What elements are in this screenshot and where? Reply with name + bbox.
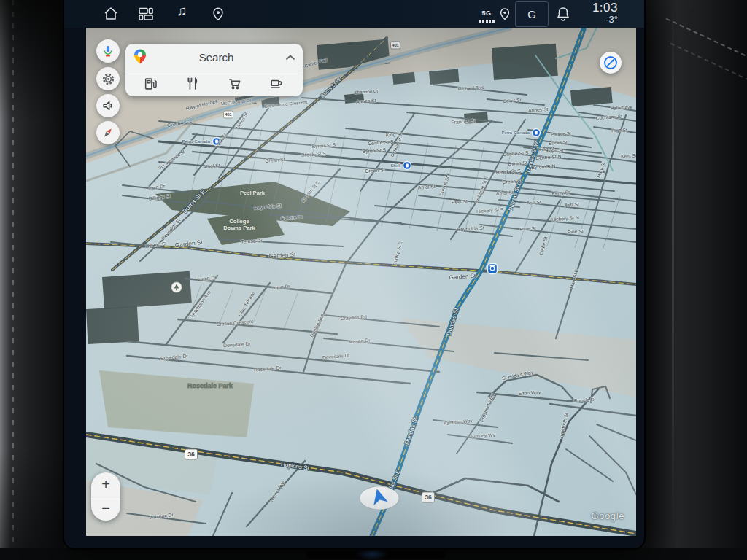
speaker-icon xyxy=(101,98,115,113)
map-render: Peel ParkCollegeDowns ParkRosedale Park3… xyxy=(86,28,636,536)
infotainment-screen: ♫ 5G G 1:03 -3° Peel ParkCollegeDowns Pa… xyxy=(64,0,644,548)
microphone-icon xyxy=(101,44,115,58)
map-compass-button[interactable] xyxy=(600,52,622,74)
volume-button[interactable] xyxy=(96,94,120,117)
leather-stitching xyxy=(670,43,747,85)
building-footprint xyxy=(429,69,459,85)
current-location-marker xyxy=(360,486,399,510)
search-panel: Search xyxy=(125,44,303,96)
route-shield: 36 xyxy=(422,492,435,502)
google-maps-pin-icon xyxy=(133,48,147,67)
street-label: Kent St xyxy=(621,152,636,158)
poi-label: Petro-Canada xyxy=(182,139,210,144)
zoom-in-button[interactable]: + xyxy=(91,472,120,497)
street-label: Ash St xyxy=(565,201,580,207)
temperature-label: -3° xyxy=(592,15,618,25)
dashboard-trim-right xyxy=(644,0,747,560)
profile-button[interactable]: G xyxy=(515,1,549,27)
apps-grid-icon[interactable] xyxy=(137,5,155,23)
gear-icon xyxy=(101,71,116,87)
category-coffee-button[interactable] xyxy=(266,74,288,94)
poi-label: Petro-Canada xyxy=(501,130,530,135)
svg-text:36: 36 xyxy=(187,451,195,458)
car-dashboard: ♫ 5G G 1:03 -3° Peel ParkCollegeDowns Pa… xyxy=(0,0,747,560)
poi-label: Shell xyxy=(390,163,400,168)
time-label: 1:03 xyxy=(592,1,618,15)
search-categories xyxy=(125,71,303,96)
dashboard-trim-bottom xyxy=(0,548,747,560)
network-type-label: 5G xyxy=(481,9,491,17)
map-canvas[interactable]: Peel ParkCollegeDowns ParkRosedale Park3… xyxy=(86,28,636,536)
chrome-trim-line xyxy=(672,0,674,560)
compass-icon xyxy=(602,54,619,71)
svg-text:36: 36 xyxy=(425,494,432,501)
profile-initial: G xyxy=(527,8,536,20)
search-input-placeholder: Search xyxy=(147,51,285,63)
area-label: Rosedale Park xyxy=(187,382,233,389)
area-label: Downs Park xyxy=(223,225,255,231)
zoom-out-button[interactable]: − xyxy=(91,497,120,521)
category-restaurants-button[interactable] xyxy=(182,74,204,94)
location-pin-icon[interactable] xyxy=(210,6,228,23)
leather-stitching xyxy=(12,0,14,560)
svg-text:401: 401 xyxy=(392,43,399,47)
signal-bars-icon xyxy=(477,20,496,23)
chevron-up-icon[interactable] xyxy=(285,51,295,64)
route-shield: 401 xyxy=(391,42,400,49)
leather-stitching xyxy=(666,18,747,60)
google-watermark: Google xyxy=(591,510,624,521)
category-shopping-button[interactable] xyxy=(224,74,246,94)
music-icon[interactable]: ♫ xyxy=(177,3,187,19)
category-gas-stations-button[interactable] xyxy=(140,74,162,94)
voice-assistant-button[interactable] xyxy=(96,39,120,63)
map-poi-park-tree[interactable] xyxy=(171,282,182,292)
compass-needle-icon xyxy=(101,125,115,140)
clock-widget: 1:03 -3° xyxy=(592,1,618,24)
route-shield: 36 xyxy=(185,449,198,459)
route-shield: 401 xyxy=(224,111,233,118)
building-footprint xyxy=(492,44,558,80)
dashboard-trim-left xyxy=(0,0,64,560)
map-poi-speed-camera[interactable] xyxy=(488,264,498,274)
status-bar: ♫ 5G G 1:03 -3° xyxy=(64,0,644,28)
search-bar[interactable]: Search xyxy=(125,44,303,71)
area-label: Peel Park xyxy=(240,190,266,196)
navigation-button[interactable] xyxy=(96,121,120,144)
console-glow xyxy=(356,548,388,560)
gps-pin-icon xyxy=(498,7,515,24)
building-footprint xyxy=(86,306,139,344)
settings-button[interactable] xyxy=(96,67,120,90)
svg-text:401: 401 xyxy=(225,112,232,117)
network-status: 5G xyxy=(477,5,496,23)
area-label: College xyxy=(229,218,249,225)
home-icon[interactable] xyxy=(102,5,120,23)
street-label: Ash St xyxy=(527,199,542,205)
notifications-bell-icon[interactable] xyxy=(554,5,572,23)
zoom-controls: + − xyxy=(91,472,120,521)
